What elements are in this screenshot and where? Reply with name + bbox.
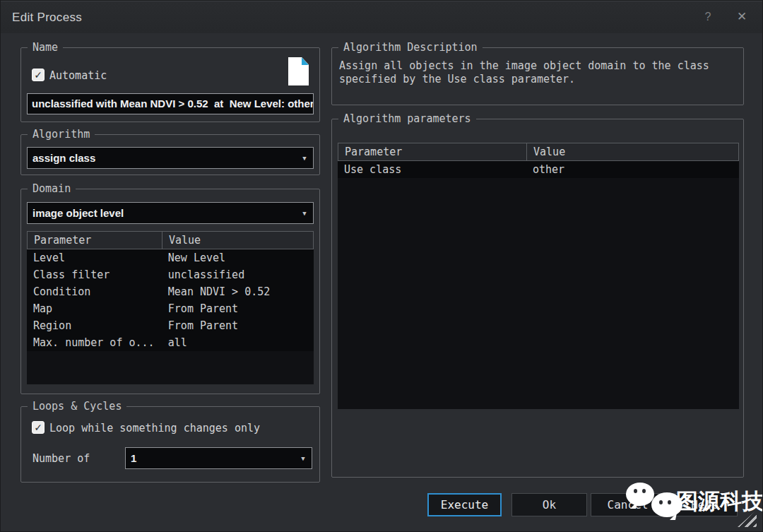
table-cell[interactable]: Level xyxy=(27,249,162,266)
algorithm-select[interactable]: assign class ▼ xyxy=(27,147,314,169)
help-icon[interactable]: ? xyxy=(697,7,718,27)
table-row[interactable]: Class filterunclassified xyxy=(27,266,314,283)
algorithm-parameters-group: Algorithm parameters ParameterValueUse c… xyxy=(331,119,744,478)
number-of-label: Number of xyxy=(32,452,90,465)
new-document-icon[interactable] xyxy=(288,57,309,85)
domain-parameters-table: ParameterValueLevelNew LevelClass filter… xyxy=(27,231,314,384)
table-cell[interactable]: Map xyxy=(27,300,162,317)
domain-selected-value: image object level xyxy=(28,207,296,219)
checkmark-icon: ✓ xyxy=(32,69,44,81)
algorithm-group: Algorithm assign class ▼ xyxy=(20,134,320,175)
name-group: Name ✓ Automatic unclassified with Mean … xyxy=(20,47,320,122)
algorithm-description-text: Assign all objects in the image object d… xyxy=(339,59,736,86)
execute-button[interactable]: Execute xyxy=(427,493,502,516)
table-cell[interactable]: Condition xyxy=(27,283,162,300)
table-row[interactable]: RegionFrom Parent xyxy=(27,317,314,334)
automatic-checkbox[interactable]: ✓ xyxy=(32,69,45,81)
table-cell[interactable]: Region xyxy=(27,317,162,334)
table-cell[interactable]: all xyxy=(162,334,314,351)
edit-process-dialog: Edit Process ? ✕ Name ✓ Automatic unclas… xyxy=(0,0,763,532)
table-header-cell: Parameter xyxy=(338,143,526,160)
table-row[interactable]: MapFrom Parent xyxy=(27,300,314,317)
table-row[interactable]: Max. number of o...all xyxy=(27,334,314,351)
wechat-eye xyxy=(659,500,663,504)
table-cell[interactable]: Class filter xyxy=(27,266,162,283)
name-group-label: Name xyxy=(28,41,63,54)
table-cell[interactable]: unclassified xyxy=(162,266,314,283)
loop-while-checkbox[interactable]: ✓ xyxy=(32,421,45,434)
table-header-row: ParameterValue xyxy=(27,231,314,249)
table-row[interactable]: Use classother xyxy=(338,161,739,178)
title-bar[interactable]: Edit Process ? ✕ xyxy=(1,1,762,33)
domain-select[interactable]: image object level ▼ xyxy=(27,202,314,224)
ok-button[interactable]: Ok xyxy=(511,493,587,516)
wechat-logo-icon xyxy=(626,483,654,506)
loops-group-label: Loops & Cycles xyxy=(28,400,126,413)
table-cell[interactable]: From Parent xyxy=(162,317,314,334)
loops-cycles-group: Loops & Cycles ✓ Loop while something ch… xyxy=(20,406,320,483)
table-header-cell: Value xyxy=(526,143,738,160)
process-name-input[interactable]: unclassified with Mean NDVI > 0.52 at Ne… xyxy=(27,93,314,114)
wechat-eye xyxy=(634,489,637,493)
description-group-label: Algorithm Description xyxy=(338,41,483,54)
checkmark-icon: ✓ xyxy=(32,422,44,433)
parameters-group-label: Algorithm parameters xyxy=(338,112,476,125)
table-cell[interactable]: New Level xyxy=(162,249,314,266)
table-row[interactable]: ConditionMean NDVI > 0.52 xyxy=(27,283,314,300)
number-of-select[interactable]: 1 ▼ xyxy=(125,447,312,469)
table-cell[interactable]: Use class xyxy=(338,161,526,178)
automatic-checkbox-label[interactable]: Automatic xyxy=(49,69,107,82)
watermark-text: 图源科技 xyxy=(676,487,761,516)
table-cell[interactable]: From Parent xyxy=(162,300,314,317)
domain-group-label: Domain xyxy=(28,182,76,195)
chevron-down-icon[interactable]: ▼ xyxy=(296,155,313,162)
loop-while-checkbox-label[interactable]: Loop while something changes only xyxy=(49,422,260,435)
document-fold-corner xyxy=(302,57,309,65)
algorithm-description-group: Algorithm Description Assign all objects… xyxy=(331,47,744,105)
table-header-cell: Parameter xyxy=(28,232,162,249)
table-header-cell: Value xyxy=(162,232,313,249)
table-row[interactable]: LevelNew Level xyxy=(27,249,314,266)
close-icon[interactable]: ✕ xyxy=(731,7,752,27)
algorithm-selected-value: assign class xyxy=(28,152,296,164)
table-header-row: ParameterValue xyxy=(338,143,739,161)
table-cell[interactable]: other xyxy=(526,161,739,178)
dialog-title: Edit Process xyxy=(12,11,82,25)
table-cell[interactable]: Mean NDVI > 0.52 xyxy=(162,283,314,300)
chevron-down-icon[interactable]: ▼ xyxy=(296,210,313,217)
domain-group: Domain image object level ▼ ParameterVal… xyxy=(20,189,320,394)
wechat-eye xyxy=(668,500,671,504)
algorithm-parameters-table: ParameterValueUse classother xyxy=(338,143,739,409)
algorithm-group-label: Algorithm xyxy=(28,128,95,141)
wechat-eye xyxy=(642,489,646,493)
table-cell[interactable]: Max. number of o... xyxy=(27,334,162,351)
chevron-down-icon[interactable]: ▼ xyxy=(295,455,312,462)
number-of-value: 1 xyxy=(126,452,295,464)
